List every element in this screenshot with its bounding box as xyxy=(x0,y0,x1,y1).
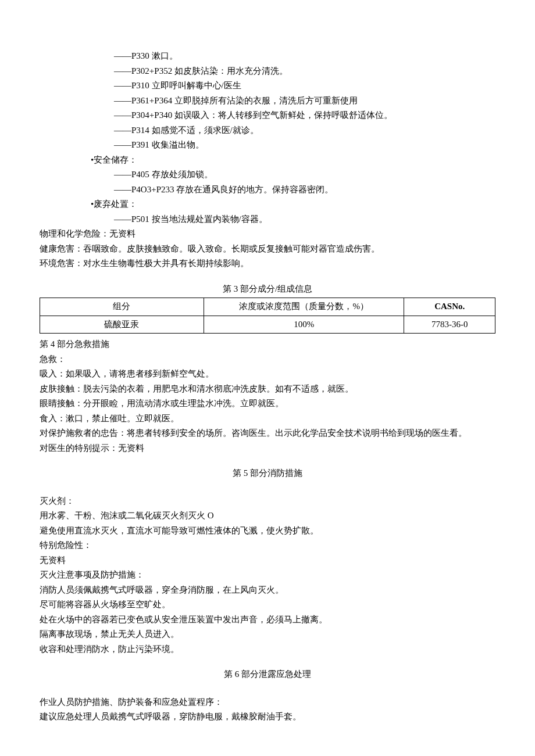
section-5-title: 第 5 部分消防措施 xyxy=(40,466,495,481)
p-line: ——P361+P364 立即脱掉所有沾染的衣服，清洗后方可重新使用 xyxy=(40,94,495,109)
response-precautions: ——P330 漱口。 ——P302+P352 如皮肤沾染：用水充分清洗。 ——P… xyxy=(40,49,495,153)
section-5-body: 灭火剂： 用水雾、干粉、泡沫或二氧化碳灭火剂灭火 O 避免使用直流水灭火，直流水… xyxy=(40,494,495,657)
section-3-title: 第 3 部分成分/组成信息 xyxy=(40,282,495,297)
body-line: 灭火注意事项及防护措施： xyxy=(40,568,495,583)
cell-component: 硫酸亚汞 xyxy=(40,316,204,334)
hazard-summary: 物理和化学危险：无资料 健康危害：吞咽致命。皮肤接触致命。吸入致命。长期或反复接… xyxy=(40,227,495,271)
body-line: 无资料 xyxy=(40,553,495,568)
body-line: 作业人员防护措施、防护装备和应急处置程序： xyxy=(40,695,495,710)
p-line: ——P304+P340 如误吸入：将人转移到空气新鲜处，保持呼吸舒适体位。 xyxy=(40,108,495,123)
body-line: 收容和处理消防水，防止污染环境。 xyxy=(40,642,495,657)
composition-table: 组分 浓度或浓度范围（质量分数，%） CASNo. 硫酸亚汞 100% 7783… xyxy=(40,298,495,334)
body-line: 皮肤接触：脱去污染的衣着，用肥皂水和清水彻底冲洗皮肤。如有不适感，就医。 xyxy=(40,382,495,397)
hazard-line: 健康危害：吞咽致命。皮肤接触致命。吸入致命。长期或反复接触可能对器官造成伤害。 xyxy=(40,242,495,257)
hazard-line: 物理和化学危险：无资料 xyxy=(40,227,495,242)
cell-cas: 7783-36-0 xyxy=(404,316,495,334)
col-component: 组分 xyxy=(40,298,204,316)
body-line: 处在火场中的容器若已变色或从安全泄压装置中发出声音，必须马上撤离。 xyxy=(40,612,495,628)
body-line: 建议应急处理人员戴携气式呼吸器，穿防静电服，戴橡胶耐油手套。 xyxy=(40,710,495,725)
body-line: 特别危险性： xyxy=(40,538,495,553)
disposal-label: •废弃处置： xyxy=(40,197,495,212)
p-line: ——P405 存放处须加锁。 xyxy=(40,167,495,182)
body-line: 用水雾、干粉、泡沫或二氧化碳灭火剂灭火 O xyxy=(40,508,495,524)
p-line: ——P302+P352 如皮肤沾染：用水充分清洗。 xyxy=(40,64,495,79)
body-line: 对保护施救者的忠告：将患者转移到安全的场所。咨询医生。出示此化学品安全技术说明书… xyxy=(40,426,495,441)
body-line: 急救： xyxy=(40,352,495,367)
body-line: 食入：漱口，禁止催吐。立即就医。 xyxy=(40,411,495,427)
body-line: 灭火剂： xyxy=(40,494,495,509)
section-4-title: 第 4 部分急救措施 xyxy=(40,337,495,352)
p-line: ——P330 漱口。 xyxy=(40,49,495,64)
body-line: 避免使用直流水灭火，直流水可能导致可燃性液体的飞溅，使火势扩散。 xyxy=(40,524,495,539)
section-6-body: 作业人员防护措施、防护装备和应急处置程序： 建议应急处理人员戴携气式呼吸器，穿防… xyxy=(40,695,495,725)
body-line: 隔离事故现场，禁止无关人员进入。 xyxy=(40,627,495,642)
hazard-line: 环境危害：对水生生物毒性极大并具有长期持续影响。 xyxy=(40,256,495,271)
section-6-title: 第 6 部分泄露应急处理 xyxy=(40,667,495,682)
storage-label: •安全储存： xyxy=(40,153,495,168)
col-concentration: 浓度或浓度范围（质量分数，%） xyxy=(204,298,404,316)
col-cas: CASNo. xyxy=(404,298,495,316)
body-line: 吸入：如果吸入，请将患者移到新鲜空气处。 xyxy=(40,367,495,382)
table-row: 硫酸亚汞 100% 7783-36-0 xyxy=(40,316,495,334)
table-header-row: 组分 浓度或浓度范围（质量分数，%） CASNo. xyxy=(40,298,495,316)
body-line: 尽可能将容器从火场移至空旷处。 xyxy=(40,597,495,612)
body-line: 眼睛接触：分开眼睑，用流动清水或生理盐水冲洗。立即就医。 xyxy=(40,396,495,411)
p-line: ——P310 立即呼叫解毒中心/医生 xyxy=(40,78,495,94)
cell-concentration: 100% xyxy=(204,316,404,334)
body-line: 消防人员须佩戴携气式呼吸器，穿全身消防服，在上风向灭火。 xyxy=(40,583,495,598)
p-line: ——P391 收集溢出物。 xyxy=(40,138,495,153)
p-line: ——P501 按当地法规处置内装物/容器。 xyxy=(40,212,495,227)
p-line: ——P314 如感觉不适，须求医/就诊。 xyxy=(40,123,495,138)
body-line: 对医生的特别提示：无资料 xyxy=(40,441,495,456)
section-4-body: 急救： 吸入：如果吸入，请将患者移到新鲜空气处。 皮肤接触：脱去污染的衣着，用肥… xyxy=(40,352,495,456)
p-line: ——P4O3+P233 存放在通风良好的地方。保持容器密闭。 xyxy=(40,182,495,198)
